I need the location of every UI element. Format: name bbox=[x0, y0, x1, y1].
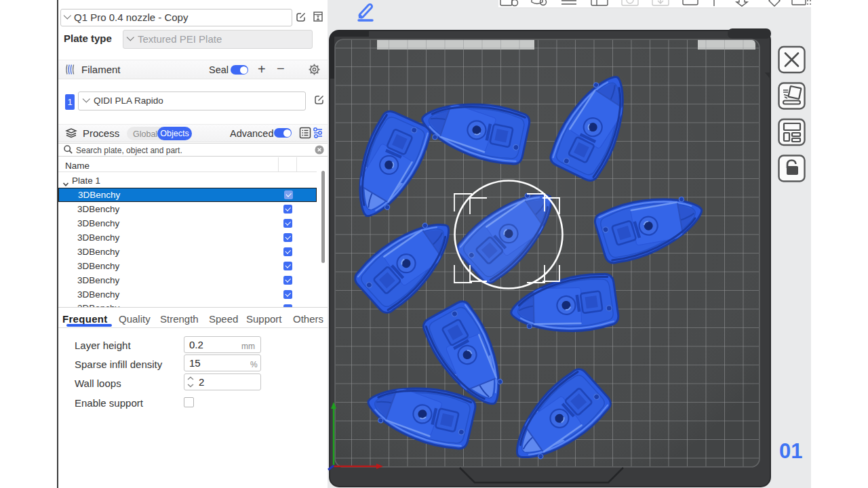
svg-text:01: 01 bbox=[779, 439, 802, 463]
